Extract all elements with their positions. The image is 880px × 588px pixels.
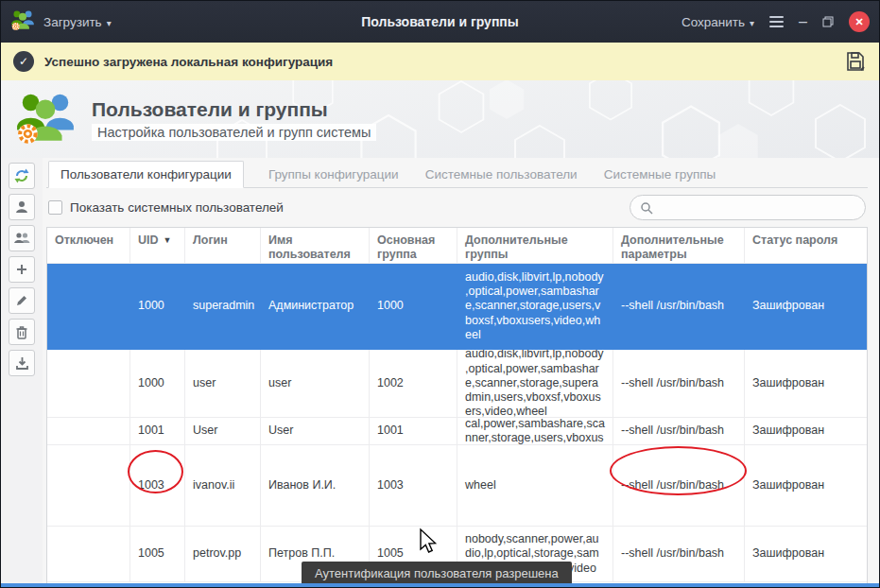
page-subtitle: Настройка пользователей и групп системы — [92, 124, 376, 141]
plus-icon — [15, 263, 28, 276]
cell-uid: 1001 — [130, 418, 185, 445]
trash-icon — [15, 325, 28, 339]
group-view-button[interactable] — [9, 225, 35, 251]
cell-primary-group: 1003 — [370, 445, 457, 527]
column-header-label: Основная группа — [377, 233, 444, 263]
tab[interactable]: Группы конфигурации — [267, 162, 401, 187]
cell-extra-groups: audio,libvirt,lp,nobody,optical,power,sa… — [457, 418, 613, 445]
column-header-label: Дополнительные группы — [465, 233, 600, 263]
tab[interactable]: Системные пользователи — [423, 162, 579, 187]
cell-password-status: Зашифрован — [745, 445, 867, 527]
column-header[interactable]: Имя пользователя — [261, 228, 370, 264]
tab-bar: Пользователи конфигурации Группы конфигу… — [46, 161, 868, 188]
search-icon — [640, 201, 653, 215]
cell-disabled — [47, 527, 130, 582]
side-toolbar — [1, 158, 43, 588]
cell-uid: 1000 — [130, 350, 185, 418]
cell-uid: 1005 — [130, 527, 185, 582]
tooltip: Аутентификация пользователя разрешена — [302, 562, 572, 585]
refresh-button[interactable] — [9, 163, 35, 189]
table-row[interactable]: 1000 superadmin Администратор 1000 audio… — [47, 264, 867, 350]
edit-button[interactable] — [9, 287, 35, 314]
cell-name: Иванов И.И. — [261, 445, 370, 527]
cell-uid: 1003 — [130, 445, 185, 527]
cell-extra-params: --shell /usr/bin/bash — [613, 350, 745, 418]
cell-login: petrov.pp — [185, 527, 261, 582]
add-button[interactable] — [9, 256, 35, 283]
cell-primary-group: 1000 — [370, 264, 457, 350]
cell-login: superadmin — [185, 264, 261, 350]
sort-indicator-icon: ▼ — [164, 235, 172, 246]
delete-button[interactable] — [9, 319, 35, 345]
app-logo-icon — [10, 9, 35, 35]
caret-down-icon: ▾ — [750, 18, 754, 28]
column-header[interactable]: Основная группа — [370, 228, 457, 264]
column-header[interactable]: Логин — [185, 228, 261, 264]
column-header[interactable]: Дополнительные группы — [457, 228, 613, 264]
table-row[interactable]: 1001 User User 1001 audio,libvirt,lp,nob… — [47, 418, 867, 445]
tab[interactable]: Пользователи конфигурации — [48, 161, 244, 188]
cell-uid: 1000 — [130, 264, 185, 350]
column-header-label: UID — [138, 233, 159, 248]
close-icon: ✕ — [854, 16, 863, 28]
users-table: Отключен UID ▼ Логин — [46, 227, 868, 588]
column-header-label: Логин — [193, 233, 228, 248]
maximize-button[interactable] — [822, 16, 834, 27]
success-check-icon: ✓ — [13, 51, 34, 72]
app-window: Загрузить ▾ Пользователи и группы Сохран… — [0, 0, 880, 588]
cell-login: ivanov.ii — [185, 445, 261, 527]
cell-extra-params: --shell /usr/bin/bash — [613, 445, 745, 527]
table-row[interactable]: 1000 user user 1002 audio,disk,libvirt,l… — [47, 350, 867, 418]
people-group-icon — [14, 89, 77, 149]
column-header[interactable]: Статус пароля — [745, 228, 867, 264]
titlebar: Загрузить ▾ Пользователи и группы Сохран… — [1, 1, 879, 43]
filter-row: Показать системных пользователей — [48, 195, 866, 220]
cell-login: user — [185, 350, 261, 418]
table-body: 1000 superadmin Администратор 1000 audio… — [47, 264, 867, 582]
table-row[interactable]: 1003 ivanov.ii Иванов И.И. 1003 wheel --… — [47, 445, 867, 527]
download-icon — [15, 356, 29, 371]
group-icon — [13, 231, 30, 246]
menu-button[interactable] — [769, 16, 784, 27]
cell-name: User — [261, 418, 370, 445]
show-system-users-checkbox[interactable] — [48, 200, 62, 215]
caret-down-icon: ▾ — [107, 18, 112, 28]
cell-disabled — [47, 264, 130, 350]
minimize-button[interactable]: – — [799, 14, 807, 29]
tab[interactable]: Системные группы — [602, 162, 718, 187]
column-header[interactable]: UID ▼ — [130, 228, 185, 264]
search-input[interactable] — [660, 200, 855, 215]
column-header[interactable]: Отключен — [47, 228, 130, 264]
load-button-label: Загрузить — [43, 15, 102, 29]
hamburger-icon — [769, 16, 784, 27]
cell-name: user — [261, 350, 370, 418]
cell-primary-group: 1001 — [370, 418, 457, 445]
cell-extra-params: --shell /usr/bin/bash — [613, 418, 745, 445]
cell-name: Администратор — [261, 264, 370, 350]
save-button-label: Сохранить — [682, 15, 745, 29]
user-view-button[interactable] — [9, 194, 35, 220]
column-header-label: Имя пользователя — [268, 233, 356, 263]
page-header-banner: Пользователи и группы Настройка пользова… — [1, 80, 879, 158]
pencil-icon — [15, 294, 28, 307]
notification-bar: ✓ Успешно загружена локальная конфигурац… — [1, 43, 879, 80]
cell-extra-groups: audio,disk,libvirt,lp,nobody,optical,pow… — [457, 350, 613, 418]
main-body: Пользователи конфигурации Группы конфигу… — [1, 158, 879, 588]
cell-primary-group: 1002 — [370, 350, 457, 418]
cell-extra-params: --shell /usr/bin/bash — [613, 264, 745, 350]
content-area: Пользователи конфигурации Группы конфигу… — [43, 158, 879, 588]
cell-password-status: Зашифрован — [745, 527, 867, 582]
close-button[interactable]: ✕ — [849, 11, 870, 32]
cell-extra-params: --shell /usr/bin/bash — [613, 527, 745, 582]
cell-password-status: Зашифрован — [745, 264, 867, 350]
save-config-button[interactable] — [844, 50, 867, 73]
load-button[interactable]: Загрузить ▾ — [43, 15, 112, 29]
save-button[interactable]: Сохранить ▾ — [682, 15, 754, 29]
column-header-label: Отключен — [55, 233, 113, 248]
column-header[interactable]: Дополнительные параметры — [613, 228, 745, 264]
floppy-save-icon — [844, 50, 867, 73]
cell-extra-groups: audio,disk,libvirt,lp,nobody,optical,pow… — [457, 264, 613, 350]
user-icon — [14, 199, 29, 215]
import-button[interactable] — [9, 350, 35, 376]
cell-login: User — [185, 418, 261, 445]
